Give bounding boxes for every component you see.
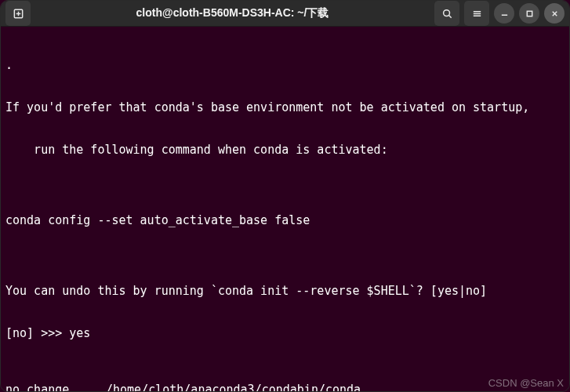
svg-rect-9: [527, 11, 532, 16]
status-row: no change/home/cloth/anaconda3/condabin/…: [5, 383, 565, 391]
window-title: cloth@cloth-B560M-DS3H-AC: ~/下载: [136, 6, 329, 20]
menu-button[interactable]: [464, 1, 489, 26]
output-line: conda config --set auto_activate_base fa…: [5, 213, 565, 227]
output-line: You can undo this by running `conda init…: [5, 284, 565, 298]
terminal-window: cloth@cloth-B560M-DS3H-AC: ~/下载 . If you…: [0, 0, 570, 392]
svg-point-3: [443, 9, 449, 16]
svg-line-4: [448, 15, 451, 17]
maximize-button[interactable]: [519, 3, 539, 24]
minimize-button[interactable]: [494, 3, 514, 24]
terminal-body[interactable]: . If you'd prefer that conda's base envi…: [1, 27, 569, 391]
search-button[interactable]: [434, 1, 459, 26]
output-line: If you'd prefer that conda's base enviro…: [5, 100, 565, 114]
new-tab-button[interactable]: [5, 1, 31, 26]
output-line: .: [5, 58, 565, 72]
titlebar: cloth@cloth-B560M-DS3H-AC: ~/下载: [1, 1, 569, 27]
close-button[interactable]: [544, 3, 565, 24]
output-line: [no] >>> yes: [5, 326, 565, 340]
output-line: run the following command when conda is …: [5, 143, 565, 157]
